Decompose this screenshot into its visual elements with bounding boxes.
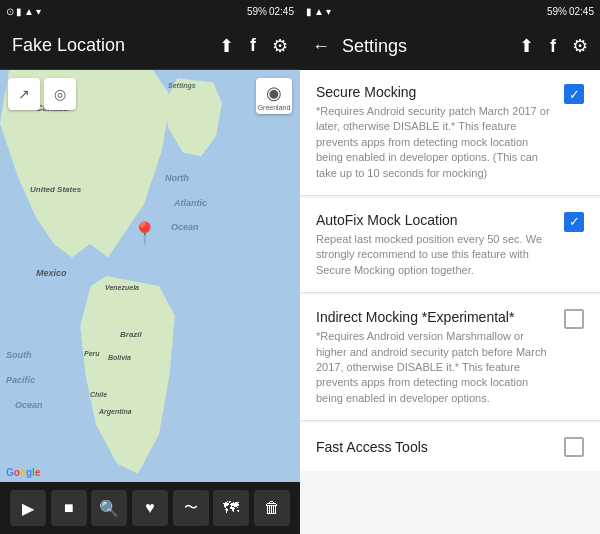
right-app-bar-left: ← Settings [312, 36, 407, 57]
left-status-right: 59% 02:45 [247, 6, 294, 17]
bolivia-label: Bolivia [108, 354, 131, 361]
pacific-label-1: South [6, 350, 32, 360]
indirect-mocking-section: Indirect Mocking *Experimental* *Require… [300, 295, 600, 421]
greenland-label: Settings [168, 82, 196, 89]
location-icon: ⊙ [6, 6, 14, 17]
app-title: Fake Location [12, 35, 125, 56]
right-status-right: 59% 02:45 [547, 6, 594, 17]
map-button-group: ↗ ◎ [8, 78, 76, 110]
secure-mocking-checkbox[interactable]: ✓ [564, 84, 584, 104]
facebook-icon[interactable]: f [250, 35, 256, 56]
autofix-desc: Repeat last mocked position every 50 sec… [316, 232, 554, 278]
play-icon: ▶ [22, 499, 34, 518]
secure-mocking-label: Secure Mocking [316, 84, 554, 100]
indirect-mocking-desc: *Requires Android version Marshmallow or… [316, 329, 554, 406]
right-status-left: ▮ ▲ ▾ [306, 6, 331, 17]
mexico-label: Mexico [36, 268, 67, 278]
secure-mocking-text: Secure Mocking *Requires Android securit… [316, 84, 554, 181]
autofix-label: AutoFix Mock Location [316, 212, 554, 228]
sim-icon: ▮ [16, 6, 22, 17]
search-icon: 🔍 [99, 499, 119, 518]
venezuela-label: Venezuela [105, 284, 139, 291]
settings-title: Settings [342, 36, 407, 57]
right-facebook-icon[interactable]: f [550, 36, 556, 57]
left-status-left: ⊙ ▮ ▲ ▾ [6, 6, 41, 17]
compass-btn[interactable]: ◎ [44, 78, 76, 110]
map-bg: Settings Canada United States Mexico Nor… [0, 70, 300, 482]
fast-access-label: Fast Access Tools [316, 439, 428, 455]
indirect-mocking-text: Indirect Mocking *Experimental* *Require… [316, 309, 554, 406]
secure-mocking-check-indicator: ✓ [564, 84, 584, 104]
signal-icon: ▲ [24, 6, 34, 17]
delete-icon: 🗑 [264, 499, 280, 517]
autofix-check-indicator: ✓ [564, 212, 584, 232]
indirect-mocking-checkbox[interactable] [564, 309, 584, 329]
stop-icon: ■ [64, 499, 74, 517]
time-display: 02:45 [269, 6, 294, 17]
map-container[interactable]: Settings Canada United States Mexico Nor… [0, 70, 300, 482]
secure-mocking-desc: *Requires Android security patch March 2… [316, 104, 554, 181]
map-button[interactable]: 🗺 [213, 490, 249, 526]
right-panel: ▮ ▲ ▾ 59% 02:45 ← Settings ⬆ f ⚙ Secure … [300, 0, 600, 534]
battery-percent: 59% [247, 6, 267, 17]
indirect-mocking-check-indicator [564, 309, 584, 329]
google-logo: Google [6, 467, 40, 478]
fast-access-check-indicator [564, 437, 584, 457]
autofix-checkbox[interactable]: ✓ [564, 212, 584, 232]
right-signal-icon: ▲ [314, 6, 324, 17]
right-battery: 59% [547, 6, 567, 17]
fast-access-section: Fast Access Tools [300, 423, 600, 471]
atlantic-label-1: North [165, 173, 189, 183]
greenland-text: Greenland [258, 104, 291, 111]
heart-icon: ♥ [145, 499, 155, 517]
search-button[interactable]: 🔍 [91, 490, 127, 526]
left-app-bar-icons: ⬆ f ⚙ [219, 35, 288, 57]
favorite-button[interactable]: ♥ [132, 490, 168, 526]
right-sim-icon: ▮ [306, 6, 312, 17]
graph-button[interactable]: 〜 [173, 490, 209, 526]
bottom-bar: ▶ ■ 🔍 ♥ 〜 🗺 🗑 [0, 482, 300, 534]
map-pin: 📍 [131, 221, 158, 247]
autofix-section: AutoFix Mock Location Repeat last mocked… [300, 198, 600, 293]
share-icon[interactable]: ⬆ [219, 35, 234, 57]
right-status-bar: ▮ ▲ ▾ 59% 02:45 [300, 0, 600, 22]
greenland-icon-btn[interactable]: ◉ Greenland [256, 78, 292, 114]
atlantic-label-2: Atlantic [174, 198, 207, 208]
right-share-icon[interactable]: ⬆ [519, 35, 534, 57]
indirect-mocking-label: Indirect Mocking *Experimental* [316, 309, 554, 325]
stop-button[interactable]: ■ [51, 490, 87, 526]
brazil-label: Brazil [120, 330, 142, 339]
left-panel: ⊙ ▮ ▲ ▾ 59% 02:45 Fake Location ⬆ f ⚙ Se… [0, 0, 300, 534]
pacific-label-2: Pacific [6, 375, 35, 385]
left-status-bar: ⊙ ▮ ▲ ▾ 59% 02:45 [0, 0, 300, 22]
wifi-icon: ▾ [36, 6, 41, 17]
secure-mocking-section: Secure Mocking *Requires Android securit… [300, 70, 600, 196]
peru-label: Peru [84, 350, 100, 357]
right-settings-icon[interactable]: ⚙ [572, 35, 588, 57]
navigation-btn[interactable]: ↗ [8, 78, 40, 110]
argentina-label: Argentina [99, 408, 132, 415]
compass-small-icon: ◉ [266, 82, 282, 104]
pacific-label-3: Ocean [15, 400, 43, 410]
right-app-bar: ← Settings ⬆ f ⚙ [300, 22, 600, 70]
fast-access-checkbox[interactable] [564, 437, 584, 457]
autofix-text: AutoFix Mock Location Repeat last mocked… [316, 212, 554, 278]
right-time: 02:45 [569, 6, 594, 17]
atlantic-label-3: Ocean [171, 222, 199, 232]
back-icon[interactable]: ← [312, 36, 330, 57]
right-wifi-icon: ▾ [326, 6, 331, 17]
map-icon: 🗺 [223, 499, 239, 517]
chile-label: Chile [90, 391, 107, 398]
settings-icon[interactable]: ⚙ [272, 35, 288, 57]
us-label: United States [30, 185, 81, 194]
settings-content: Secure Mocking *Requires Android securit… [300, 70, 600, 534]
play-button[interactable]: ▶ [10, 490, 46, 526]
graph-icon: 〜 [184, 499, 198, 517]
right-app-bar-icons: ⬆ f ⚙ [519, 35, 588, 57]
delete-button[interactable]: 🗑 [254, 490, 290, 526]
left-app-bar: Fake Location ⬆ f ⚙ [0, 22, 300, 70]
